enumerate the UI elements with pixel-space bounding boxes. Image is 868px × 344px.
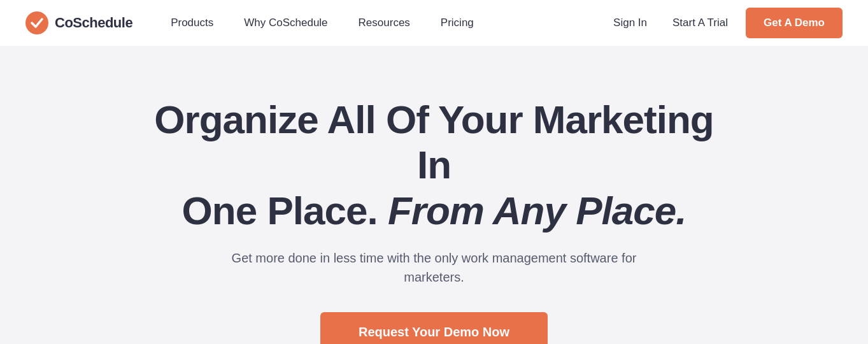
svg-point-0 bbox=[25, 11, 48, 34]
logo-link[interactable]: CoSchedule bbox=[25, 11, 132, 34]
nav-pricing[interactable]: Pricing bbox=[428, 11, 487, 34]
nav-links: Products Why CoSchedule Resources Pricin… bbox=[158, 11, 606, 34]
nav-resources[interactable]: Resources bbox=[346, 11, 423, 34]
get-demo-button[interactable]: Get A Demo bbox=[746, 8, 843, 38]
nav-why-coschedule[interactable]: Why CoSchedule bbox=[231, 11, 340, 34]
hero-title: Organize All Of Your Marketing In One Pl… bbox=[148, 97, 721, 233]
nav-products[interactable]: Products bbox=[158, 11, 226, 34]
logo-icon bbox=[25, 11, 48, 34]
hero-title-line2-plain: One Place. bbox=[182, 189, 378, 233]
hero-section: Organize All Of Your Marketing In One Pl… bbox=[0, 46, 868, 344]
navbar: CoSchedule Products Why CoSchedule Resou… bbox=[0, 0, 868, 46]
hero-title-line1: Organize All Of Your Marketing In bbox=[154, 97, 713, 187]
hero-subtitle: Get more done in less time with the only… bbox=[218, 248, 651, 287]
nav-right: Sign In Start A Trial Get A Demo bbox=[606, 8, 843, 38]
sign-in-link[interactable]: Sign In bbox=[606, 11, 655, 34]
start-trial-link[interactable]: Start A Trial bbox=[665, 11, 736, 34]
logo-text: CoSchedule bbox=[55, 15, 132, 31]
hero-title-line2-italic: From Any Place. bbox=[388, 189, 687, 233]
hero-cta-button[interactable]: Request Your Demo Now bbox=[320, 312, 548, 344]
